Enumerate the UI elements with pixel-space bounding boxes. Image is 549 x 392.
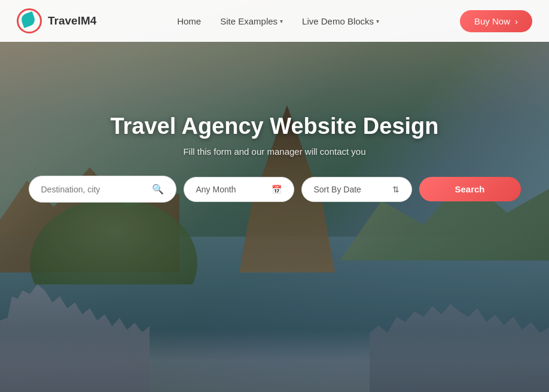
destination-field[interactable]: 🔍 <box>29 176 176 203</box>
nav-link-live-demo[interactable]: Live Demo Blocks ▾ <box>302 16 379 26</box>
buy-now-button[interactable]: Buy Now › <box>460 10 532 32</box>
chevron-down-icon: ▾ <box>280 18 283 24</box>
month-label: Any Month <box>196 185 236 194</box>
chevron-right-icon: › <box>515 16 518 26</box>
search-bar: 🔍 Any Month 📅 Sort By Date ⇅ Search <box>29 176 521 203</box>
nav-item-site-examples[interactable]: Site Examples ▾ <box>220 16 283 26</box>
brand: TravelM4 <box>17 8 96 33</box>
sort-label: Sort By Date <box>314 185 361 194</box>
sort-dropdown[interactable]: Sort By Date ⇅ <box>301 177 412 202</box>
nav-item-home[interactable]: Home <box>177 16 201 26</box>
nav-menu: Home Site Examples ▾ Live Demo Blocks ▾ <box>177 16 379 26</box>
search-button[interactable]: Search <box>419 177 521 201</box>
nav-item-live-demo[interactable]: Live Demo Blocks ▾ <box>302 16 379 26</box>
sort-icon: ⇅ <box>392 185 399 194</box>
destination-input[interactable] <box>41 185 146 194</box>
hero-subtitle: Fill this form and our manager will cont… <box>183 146 365 157</box>
hero-title: Travel Agency Website Design <box>110 114 438 139</box>
brand-name: TravelM4 <box>48 14 96 27</box>
navbar: TravelM4 Home Site Examples ▾ Live Demo … <box>0 0 549 42</box>
nav-link-home[interactable]: Home <box>177 16 201 26</box>
nav-link-site-examples[interactable]: Site Examples ▾ <box>220 16 283 26</box>
month-dropdown[interactable]: Any Month 📅 <box>184 177 294 202</box>
logo-icon <box>17 8 42 33</box>
calendar-icon: 📅 <box>272 185 282 194</box>
hero-section: Travel Agency Website Design Fill this f… <box>0 42 549 203</box>
search-icon: 🔍 <box>152 183 164 195</box>
chevron-down-icon-2: ▾ <box>376 18 379 24</box>
